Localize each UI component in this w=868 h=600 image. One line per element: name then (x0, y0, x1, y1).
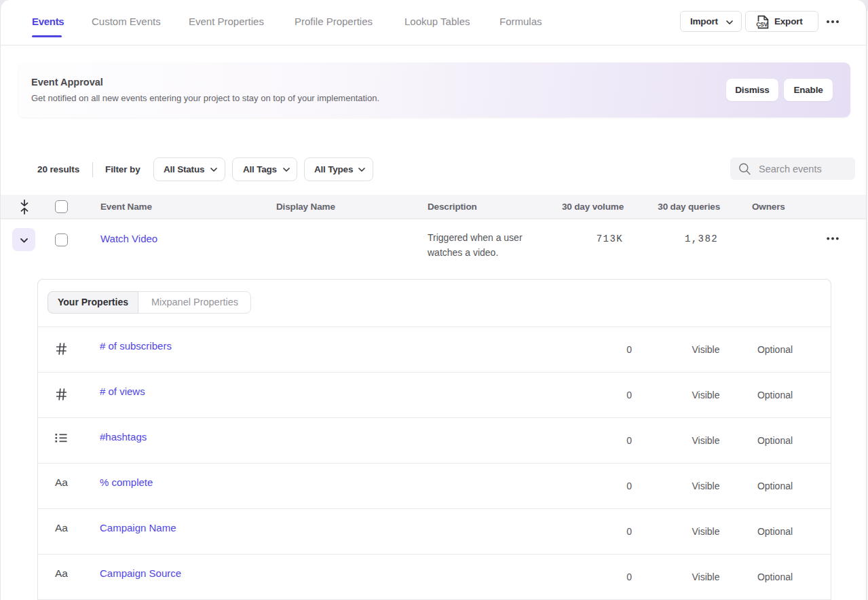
svg-text:CSV: CSV (756, 21, 768, 28)
